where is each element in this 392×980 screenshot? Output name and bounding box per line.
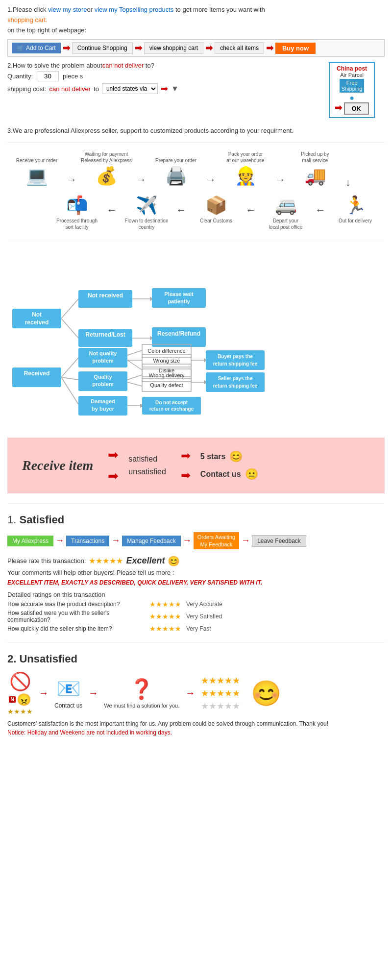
view-store-link[interactable]: view my store (48, 6, 87, 13)
section2: China post Air Parcel FreeShipping ● ➡ O… (7, 62, 385, 118)
topselling-link[interactable]: view my Topselling products (95, 6, 174, 13)
ok-button[interactable]: OK (344, 102, 369, 115)
svg-text:Seller pays the: Seller pays the (218, 376, 253, 381)
proc-arrow-2: → (136, 174, 147, 185)
notice2-text: Notice: Holiday and Weekend are not incl… (7, 729, 385, 736)
proc-arrow-5: ← (315, 205, 326, 216)
notice1-text: Customers' satisfaction is the most impo… (7, 720, 385, 727)
section1-text3: to get more items you want with (173, 6, 265, 13)
proc-icon-2: 💰 (96, 166, 118, 186)
svg-text:Do not accept: Do not accept (155, 400, 188, 405)
circle-icon: ● (335, 94, 369, 102)
crumb-leave-feedback[interactable]: Leave Feedback (252, 535, 306, 547)
svg-text:Color difference: Color difference (147, 348, 185, 354)
view-cart-button[interactable]: view shopping cart (144, 42, 203, 54)
proc-label-2: Waiting for paymentReleased by Aliexpres… (81, 150, 132, 164)
find-solution: We must find a solution for you. (104, 703, 179, 709)
continue-shopping-button[interactable]: Continue Shopping (72, 42, 133, 54)
unsat-arrow2-icon: → (88, 687, 98, 699)
row2-rating: Very Satisfied (186, 613, 222, 620)
process-flow: Receive your order 💻 → Waiting for payme… (7, 150, 385, 232)
ship-red: can not deliver (49, 85, 91, 93)
svg-line-4 (61, 318, 78, 338)
excellent-text: Excellent (126, 556, 165, 566)
satisfied-label: satisfied (128, 455, 166, 464)
svg-text:Wrong delivery: Wrong delivery (148, 372, 185, 378)
svg-line-41 (127, 382, 142, 386)
china-post-sub: Air Parcel (335, 72, 369, 78)
crumb-manage-feedback[interactable]: Manage Feedback (122, 536, 180, 546)
proc-icon-7: 🚐 (275, 195, 297, 216)
proc-label-4: Pack your orderat our warehouse (226, 150, 264, 164)
svg-text:return or exchange: return or exchange (149, 406, 194, 412)
arrow-receive2-icon: ➡ (108, 468, 119, 484)
stars-5: ★★★★★ (89, 556, 123, 565)
svg-text:Quality: Quality (94, 374, 112, 380)
proc-item-5: Picked up bymail service 🚚 (286, 150, 344, 186)
proc-icon-3: 🖨️ (165, 166, 187, 186)
notice-section: Customers' satisfaction is the most impo… (7, 720, 385, 736)
shopping-cart-link[interactable]: shopping cart. (7, 16, 48, 24)
proc-item-8: 📦 Clear Customs (187, 195, 245, 226)
neutral-emoji: 😐 (245, 468, 258, 481)
proc-arrow-3: → (205, 174, 216, 185)
detailed-ratings: Detailed ratings on this transaction How… (7, 591, 385, 633)
proc-arrow-7: ← (176, 205, 187, 216)
shipping-select[interactable]: unied states via (102, 83, 158, 94)
crumb-transactions[interactable]: Transactions (66, 536, 109, 546)
svg-line-40 (127, 375, 142, 380)
free-shipping-label: FreeShipping (340, 79, 365, 93)
svg-text:Resend/Refund: Resend/Refund (157, 330, 200, 337)
row3-stars: ★★★★★ (149, 625, 181, 633)
quantity-input[interactable] (37, 71, 59, 81)
crumb-awaiting[interactable]: Orders AwaitingMy Feedback (194, 532, 239, 549)
proc-label-7: Depart yourlocal post office (269, 218, 303, 230)
detailed-title: Detailed ratings on this transaction (7, 591, 385, 598)
no-sign-icon: 🚫 (9, 671, 31, 692)
svg-line-19 (61, 377, 78, 380)
svg-text:Wrong size: Wrong size (153, 358, 180, 364)
proc-item-9: ✈️ Flown to destinationcountry (117, 195, 176, 232)
arrow-receive-icon: ➡ (108, 447, 119, 463)
svg-rect-47 (206, 372, 265, 392)
empty-stars-icon: ★★★★★ (201, 701, 240, 711)
section1-text4: on the top right of webpage: (7, 25, 385, 36)
question-icon: ❓ (129, 678, 154, 701)
happy-emoji: 😊 (229, 450, 243, 463)
crumb-arrow2: → (111, 536, 120, 546)
svg-text:Please wait: Please wait (164, 291, 194, 297)
buy-now-button[interactable]: Buy now (275, 43, 316, 54)
crumb-my-aliexpress[interactable]: My Aliexpress (7, 536, 53, 546)
proc-label-10: Processed throughsort facility (56, 218, 98, 230)
unsat-arrow3-icon: → (185, 687, 195, 699)
svg-text:Received: Received (24, 370, 50, 377)
unsatisfied-label: unsatisfied (128, 467, 166, 476)
email-icon: 📧 (56, 677, 81, 700)
check-items-button[interactable]: check all items (215, 42, 264, 54)
svg-text:return shipping fee: return shipping fee (213, 383, 258, 389)
svg-text:return shipping fee: return shipping fee (213, 361, 258, 367)
china-post-box: China post Air Parcel FreeShipping ● ➡ O… (329, 62, 375, 118)
arrow-china-icon: ➡ (335, 103, 342, 113)
proc-label-1: Receive your order (16, 150, 57, 164)
full-stars2-icon: ★★★★★ (201, 688, 240, 699)
section2-title: 2.How to solve the problem about (7, 62, 102, 69)
contact-us-label: Contact us (200, 470, 241, 479)
proc-icon-5: 🚚 (304, 166, 326, 186)
svg-text:patiently: patiently (168, 298, 190, 304)
ship-text: to (94, 85, 99, 93)
full-stars-icon: ★★★★★ (201, 675, 240, 686)
comment-note: Your comments will help other buyers! Pl… (7, 569, 385, 576)
arrow4-icon: ➡ (266, 43, 273, 53)
svg-text:by buyer: by buyer (92, 406, 115, 412)
detail-row-2: How satisfied were you with the seller's… (7, 610, 385, 623)
proc-label-6: Out for delivery (339, 218, 372, 224)
rating-row: Please rate this transaction: ★★★★★ Exce… (7, 555, 385, 567)
can-not-deliver-text: can not deliver (102, 62, 144, 69)
receive-item-title: Receive item (22, 458, 93, 473)
proc-item-1: Receive your order 💻 (7, 150, 66, 186)
section1-text1: 1.Please click (7, 6, 48, 13)
unsatisfied-title: 2. Unsatisfied (7, 653, 385, 665)
resolution-section: Not received Not received Please wait pa… (7, 250, 385, 428)
add-to-cart-button[interactable]: 🛒 Add to Cart (12, 43, 61, 53)
